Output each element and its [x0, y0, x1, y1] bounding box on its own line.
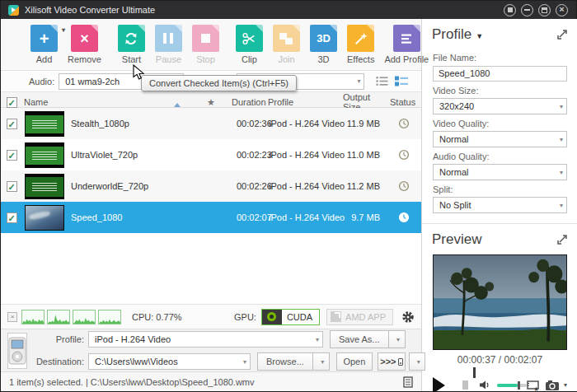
column-header-star[interactable]: ★: [207, 97, 227, 108]
table-row[interactable]: ✓ UnderworldE_720p 00:02:26 iPod - H.264…: [1, 170, 421, 202]
select-all-checkbox[interactable]: ✓: [7, 97, 17, 108]
playback-time: 00:00:37 / 00:02:07: [422, 354, 577, 366]
cuda-toggle[interactable]: CUDA: [261, 309, 320, 325]
device-ipod-icon: [7, 333, 27, 369]
window-controls: ×: [504, 4, 568, 16]
add-button[interactable]: + ▾ Add: [30, 25, 58, 64]
cpu-graph: [98, 310, 121, 324]
file-name-input[interactable]: [433, 66, 567, 82]
snapshot-folder-icon[interactable]: ★: [527, 380, 541, 391]
file-list-empty-area: [1, 233, 421, 304]
clip-button[interactable]: Clip: [236, 25, 263, 64]
open-button[interactable]: Open: [336, 352, 373, 371]
status-text: 1 item(s) selected. | C:\Users\lww\Deskt…: [9, 377, 255, 387]
mouse-cursor: [133, 64, 145, 81]
amd-logo-icon: [331, 311, 341, 322]
browse-button[interactable]: Browse...: [257, 352, 312, 371]
column-header-status[interactable]: Status: [387, 97, 421, 107]
pause-icon: [155, 25, 182, 52]
column-header-profile[interactable]: Profile: [263, 97, 339, 107]
profile-doc-icon: [393, 25, 420, 52]
close-monitor-button[interactable]: ×: [7, 312, 17, 322]
list-view-icon[interactable]: [376, 76, 388, 86]
3d-icon: 3D: [310, 25, 337, 52]
sort-ascending-icon: [174, 103, 181, 107]
transfer-to-device-button[interactable]: >>>: [378, 352, 406, 371]
cpu-graph: [73, 310, 96, 324]
play-button[interactable]: [433, 377, 445, 392]
save-as-button[interactable]: Save As...: [330, 330, 388, 348]
volume-slider[interactable]: [497, 384, 527, 387]
column-header-duration[interactable]: Duration: [227, 97, 263, 107]
destination-select[interactable]: C:\Users\lww\Videos ▾: [88, 353, 251, 370]
preview-panel-header: Preview: [422, 224, 577, 253]
row-checkbox[interactable]: ✓: [7, 181, 17, 192]
start-button[interactable]: Start: [118, 25, 145, 64]
table-row-selected[interactable]: ✓ Speed_1080 00:02:07 iPod - H.264 Video…: [1, 202, 421, 233]
destination-label: Destination:: [34, 357, 88, 366]
cpu-graph: [21, 310, 45, 324]
save-as-dropdown[interactable]: ▾: [388, 330, 406, 348]
gpu-label: GPU:: [234, 312, 256, 322]
detail-view-icon[interactable]: [395, 76, 408, 86]
clock-icon: [398, 118, 410, 129]
add-dropdown-caret[interactable]: ▾: [62, 26, 65, 34]
video-quality-label: Video Quality:: [422, 114, 577, 131]
video-size-select[interactable]: 320x240 ▾: [433, 98, 567, 114]
volume-icon[interactable]: [479, 380, 490, 390]
skin-button[interactable]: [504, 4, 516, 16]
transfer-dropdown[interactable]: ▾: [409, 352, 425, 371]
table-row[interactable]: ✓ Stealth_1080p 00:02:36 iPod - H.264 Vi…: [1, 108, 421, 139]
clock-icon: [398, 212, 410, 223]
split-select[interactable]: No Split ▾: [433, 197, 567, 213]
camera-snapshot-icon[interactable]: [545, 380, 560, 391]
titlebar: Xilisoft Video Converter Ultimate ×: [1, 1, 576, 19]
clock-icon: [398, 149, 410, 161]
seek-handle[interactable]: [473, 367, 476, 378]
chevron-down-icon[interactable]: ▼: [476, 32, 483, 40]
3d-button[interactable]: 3D 3D: [310, 25, 337, 64]
system-monitor-bar: × CPU: 0.77% GPU: CUDA AMD APP: [1, 304, 421, 329]
row-checkbox[interactable]: ✓: [7, 119, 17, 129]
close-button[interactable]: ×: [556, 4, 568, 16]
video-thumbnail: [25, 174, 64, 199]
maximize-button[interactable]: [538, 4, 551, 16]
stop-playback-button[interactable]: [462, 380, 468, 390]
video-thumbnail: [25, 111, 64, 137]
chevron-down-icon: ▾: [243, 358, 246, 366]
app-icon: [8, 5, 19, 16]
profile-panel-header: Profile ▼: [422, 19, 577, 48]
convert-icon: [118, 25, 145, 52]
status-bar: 1 item(s) selected. | C:\Users\lww\Deskt…: [1, 371, 421, 391]
chevron-down-icon: ▾: [560, 169, 563, 176]
expand-panel-icon[interactable]: [556, 29, 568, 40]
magic-wand-icon: [347, 25, 374, 52]
nvidia-logo-icon: [262, 310, 282, 324]
row-checkbox[interactable]: ✓: [7, 212, 17, 223]
minimize-button[interactable]: [521, 4, 533, 16]
remove-button[interactable]: × Remove: [68, 25, 101, 64]
join-button: Join: [273, 25, 300, 64]
output-profile-select[interactable]: iPod - H.264 Video ▾: [88, 331, 323, 348]
chevron-down-icon: ▾: [357, 77, 360, 85]
expand-preview-icon[interactable]: [556, 234, 568, 245]
profile-panel-title[interactable]: Profile: [432, 26, 471, 43]
video-quality-select[interactable]: Normal ▾: [433, 131, 567, 147]
add-profile-button[interactable]: Add Profile: [384, 25, 429, 64]
log-icon[interactable]: [403, 376, 413, 388]
video-thumbnail: [25, 142, 64, 168]
browse-dropdown[interactable]: ▾: [312, 352, 330, 371]
row-checkbox[interactable]: ✓: [7, 150, 17, 161]
volume-handle[interactable]: [518, 381, 520, 390]
remove-icon: ×: [71, 25, 98, 52]
settings-gear-icon[interactable]: [401, 310, 415, 324]
cpu-graph: [47, 310, 70, 324]
effects-button[interactable]: Effects: [347, 25, 374, 64]
table-row[interactable]: ✓ UltraViolet_720p 00:02:23 iPod - H.264…: [1, 139, 421, 170]
audio-quality-select[interactable]: Normal ▾: [433, 164, 567, 180]
column-header-name[interactable]: Name: [22, 97, 207, 107]
preview-panel-title: Preview: [432, 231, 481, 248]
snapshot-dropdown-caret[interactable]: ▾: [564, 381, 567, 389]
video-preview[interactable]: [433, 254, 567, 350]
svg-text:★: ★: [533, 385, 539, 391]
